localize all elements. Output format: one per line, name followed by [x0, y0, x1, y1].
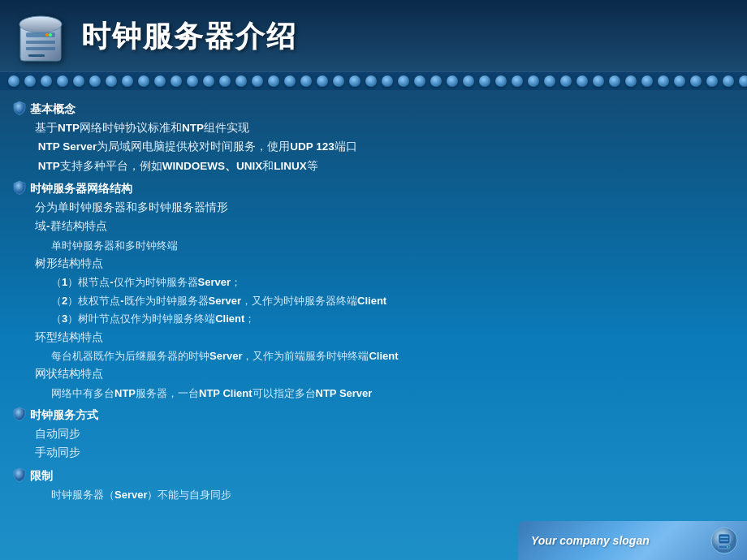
section1-item1: 基于NTP网络时钟协议标准和NTP组件实现	[12, 119, 731, 137]
header-icon	[8, 8, 73, 65]
decorative-dot	[235, 75, 247, 87]
decorative-dot	[398, 75, 409, 87]
header: 时钟服务器介绍	[0, 0, 747, 72]
section2-sub11: 网络中有多台NTP服务器，一台NTP Client可以指定多台NTP Serve…	[12, 385, 731, 402]
section2-sub4: 树形结构特点	[12, 255, 731, 273]
decorative-dot	[512, 75, 523, 87]
svg-rect-4	[26, 47, 55, 50]
decorative-dot	[593, 75, 604, 87]
bullet-icon-1	[12, 101, 27, 115]
decorative-dot	[723, 75, 734, 87]
svg-rect-7	[28, 54, 45, 57]
decorative-dot	[317, 75, 328, 87]
decorative-dot	[252, 75, 263, 87]
decorative-dot	[463, 75, 474, 87]
bullet-icon-4	[12, 467, 27, 482]
decorative-dot	[122, 75, 133, 87]
decorative-dot	[528, 75, 539, 87]
section2-sub7: （3）树叶节点仅作为时钟服务终端Client；	[12, 310, 731, 327]
decorative-dot	[41, 75, 52, 87]
decorative-dots-row	[0, 72, 747, 90]
section2-label: 时钟服务器网络结构	[30, 179, 132, 198]
decorative-dot	[203, 75, 214, 87]
decorative-dot	[171, 75, 182, 87]
main-content: 基本概念 基于NTP网络时钟协议标准和NTP组件实现 NTP Server为局域…	[0, 90, 747, 510]
decorative-dot	[24, 75, 36, 87]
slogan-text: Your company slogan	[531, 534, 650, 547]
footer-slogan-bar: Your company slogan	[518, 521, 747, 560]
decorative-dot	[479, 75, 490, 87]
decorative-dot	[641, 75, 653, 87]
decorative-dot	[414, 75, 425, 87]
decorative-dot	[690, 75, 702, 87]
decorative-dot	[138, 75, 149, 87]
decorative-dot	[106, 75, 117, 87]
svg-point-13	[727, 546, 728, 548]
decorative-dot	[674, 75, 685, 87]
decorative-dot	[560, 75, 572, 87]
section4-item1: 时钟服务器（Server）不能与自身同步	[12, 486, 731, 503]
decorative-dot	[447, 75, 458, 87]
decorative-dot	[89, 75, 101, 87]
section1-item2: NTP Server为局域网电脑提供校对时间服务，使用UDP 123端口	[12, 138, 731, 156]
section2-sub2: 域-群结构特点	[12, 218, 731, 235]
decorative-dot	[739, 75, 747, 87]
svg-rect-3	[26, 41, 55, 44]
decorative-dot	[495, 75, 507, 87]
section4-label: 限制	[30, 467, 53, 485]
decorative-dot	[430, 75, 442, 87]
decorative-dot	[576, 75, 588, 87]
section2-sub8: 环型结构特点	[12, 329, 731, 347]
section2-sub10: 网状结构特点	[12, 365, 731, 383]
decorative-dot	[625, 75, 637, 87]
decorative-dot	[333, 75, 344, 87]
section2-sub5: （1）根节点-仅作为时钟服务器Server；	[12, 274, 731, 291]
decorative-dot	[154, 75, 166, 87]
footer-icon	[710, 526, 739, 555]
decorative-dot	[187, 75, 198, 87]
section3-item2: 手动同步	[12, 444, 731, 462]
page-title: 时钟服务器介绍	[81, 17, 297, 57]
decorative-dot	[57, 75, 68, 87]
section2-header: 时钟服务器网络结构	[12, 179, 731, 198]
decorative-dot	[382, 75, 393, 87]
section2-sub3: 单时钟服务器和多时钟终端	[12, 237, 731, 254]
decorative-dot	[365, 75, 377, 87]
decorative-dot	[706, 75, 718, 87]
decorative-dot	[609, 75, 620, 87]
section2-sub9: 每台机器既作为后继服务器的时钟Server，又作为前端服务时钟终端Client	[12, 347, 731, 364]
svg-rect-10	[720, 536, 728, 538]
decorative-dot	[544, 75, 555, 87]
section1-header: 基本概念	[12, 100, 731, 118]
decorative-dot	[73, 75, 84, 87]
decorative-dot	[268, 75, 279, 87]
section1-item3: NTP支持多种平台，例如WINDOEWS、UNIX和LINUX等	[12, 157, 731, 175]
section3-header: 时钟服务方式	[12, 406, 731, 424]
decorative-dot	[658, 75, 669, 87]
section3-item1: 自动同步	[12, 425, 731, 443]
section4-header: 限制	[12, 467, 731, 485]
decorative-dot	[300, 75, 312, 87]
section3-label: 时钟服务方式	[30, 406, 98, 424]
section1-label: 基本概念	[30, 100, 76, 118]
decorative-dot	[349, 75, 361, 87]
svg-rect-11	[720, 540, 728, 541]
svg-point-5	[49, 33, 52, 37]
svg-rect-9	[719, 534, 730, 544]
bullet-icon-3	[12, 407, 27, 421]
bullet-icon-2	[12, 180, 27, 195]
section2-sub6: （2）枝权节点-既作为时钟服务器Server，又作为时钟服务器终端Client	[12, 292, 731, 309]
decorative-dot	[284, 75, 296, 87]
svg-point-6	[45, 33, 49, 37]
decorative-dot	[8, 75, 19, 87]
svg-point-1	[19, 16, 62, 32]
section2-sub1: 分为单时钟服务器和多时钟服务器情形	[12, 199, 731, 217]
decorative-dot	[219, 75, 231, 87]
